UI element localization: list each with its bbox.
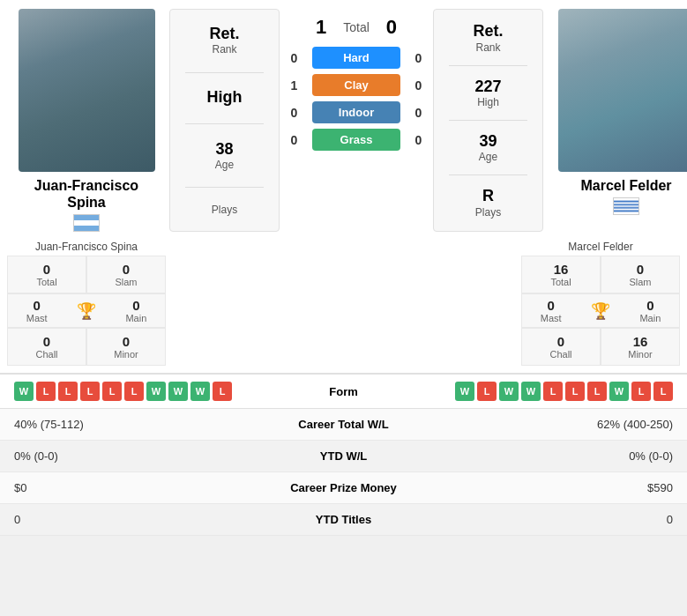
indoor-score-left: 0 [283,106,305,120]
left-high-stat: High [207,88,243,108]
form-badge: W [14,382,34,401]
left-mast-val: 0 [33,298,40,313]
left-slam-item: 0 Slam [86,256,166,293]
form-badge: L [102,382,122,401]
right-stats-grid: 16 Total 0 Slam [521,256,680,293]
stat-row-right: $590 [423,481,674,494]
left-ret-stat: Ret. Rank [209,25,239,56]
form-badge: L [565,382,585,401]
stat-row-left: 0 [14,513,265,526]
left-player-card: Juan-Francisco Spina [7,9,166,232]
left-main-item: 0 Main [125,298,146,323]
form-badge: W [146,382,166,401]
left-mast-item: 0 Mast [26,298,48,323]
left-spacer [169,241,280,366]
bottom-section: WLLLLLWWWL Form WLWWLLLWLL 40% (75-112) … [0,373,687,536]
right-trophy-icon: 🏆 [591,301,610,321]
left-minor-lbl: Minor [114,349,138,360]
stat-row-right: 62% (400-250) [423,418,674,431]
form-badge: W [499,382,519,401]
form-badge: L [477,382,497,401]
right-player-name-below: Marcel Felder [521,241,680,253]
right-divider-1 [449,65,527,66]
form-badge: L [124,382,144,401]
right-ret-label: Rank [475,41,500,54]
right-mast-item: 0 Mast [541,298,562,323]
right-main-item: 0 Main [639,298,661,323]
right-main-val: 0 [646,298,653,313]
left-age-stat: 38 Age [215,140,234,172]
indoor-score-right: 0 [407,106,429,120]
stat-row-right: 0% (0-0) [423,449,674,463]
stat-row-center: YTD W/L [265,449,423,463]
left-ret-value: Ret. [209,25,239,44]
left-chall-val: 0 [43,334,50,349]
right-ret-value: Ret. [473,22,503,41]
stat-row: 0 YTD Titles 0 [0,504,687,536]
form-badge: W [168,382,188,401]
right-high-label: High [477,96,499,108]
top-section: Juan-Francisco Spina Ret. Rank High 38 A… [0,0,687,241]
left-player-image [19,9,155,172]
left-plays-stat: Plays [212,204,237,216]
total-label: Total [343,20,370,34]
right-trophy-row: 0 Mast 🏆 0 Main [521,293,680,328]
left-slam-val: 0 [123,262,130,277]
left-stats-grid: 0 Total 0 Slam [7,256,166,293]
left-stats-card: Ret. Rank High 38 Age Plays [169,9,280,232]
clay-score-left: 1 [283,78,305,93]
form-badge: L [58,382,78,401]
surface-row-indoor: 0 Indoor 0 [283,101,429,123]
left-bottom-stats: Juan-Francisco Spina 0 Total 0 Slam 0 Ma… [7,241,166,366]
form-label: Form [291,385,397,398]
form-badges-right: WLWWLLLWLL [397,382,674,401]
right-minor-val: 16 [633,334,648,349]
right-spacer [407,241,518,366]
right-age-value: 39 [479,132,497,152]
divider-3 [185,187,264,188]
stat-row: 40% (75-112) Career Total W/L 62% (400-2… [0,409,687,441]
right-main-lbl: Main [639,313,661,323]
surface-row-hard: 0 Hard 0 [283,47,429,69]
left-player-name: Juan-Francisco Spina [34,177,138,211]
grass-button: Grass [312,129,400,151]
right-divider-2 [449,120,527,121]
right-age-stat: 39 Age [479,132,497,164]
right-player-flag [613,197,639,215]
right-slam-lbl: Slam [629,277,651,287]
form-badges-left: WLLLLLWWWL [14,382,291,401]
right-ret-stat: Ret. Rank [473,22,503,54]
left-chall-lbl: Chall [35,349,57,360]
left-total-val: 0 [43,262,50,277]
grass-score-right: 0 [407,133,429,147]
right-chall-lbl: Chall [549,349,571,360]
right-plays-value: R [482,187,494,206]
hard-score-right: 0 [407,51,429,65]
left-player-name-below: Juan-Francisco Spina [7,241,166,253]
left-age-value: 38 [215,140,233,160]
left-trophy-icon: 🏆 [77,301,96,321]
grass-score-left: 0 [283,133,305,147]
right-plays-label: Plays [475,206,501,219]
surface-row-grass: 0 Grass 0 [283,129,429,151]
divider-2 [185,123,264,124]
indoor-button: Indoor [312,101,400,123]
left-player-photo [19,9,155,172]
total-score-left: 1 [308,16,334,39]
total-score-right: 0 [378,16,405,39]
hard-button: Hard [312,47,400,69]
right-player-card: Marcel Felder [547,9,687,232]
left-total-lbl: Total [36,277,56,287]
form-badge: W [521,382,541,401]
form-badge: L [587,382,607,401]
divider-1 [185,72,264,73]
stat-row: 0% (0-0) YTD W/L 0% (0-0) [0,441,687,472]
right-age-label: Age [479,151,497,163]
form-badge: L [80,382,100,401]
right-mast-lbl: Mast [541,313,562,323]
right-chall-val: 0 [557,334,564,349]
left-high-value: High [207,88,243,108]
right-chall-item: 0 Chall [521,328,601,366]
center-spacer [283,241,404,366]
stat-row-left: 0% (0-0) [14,449,265,463]
